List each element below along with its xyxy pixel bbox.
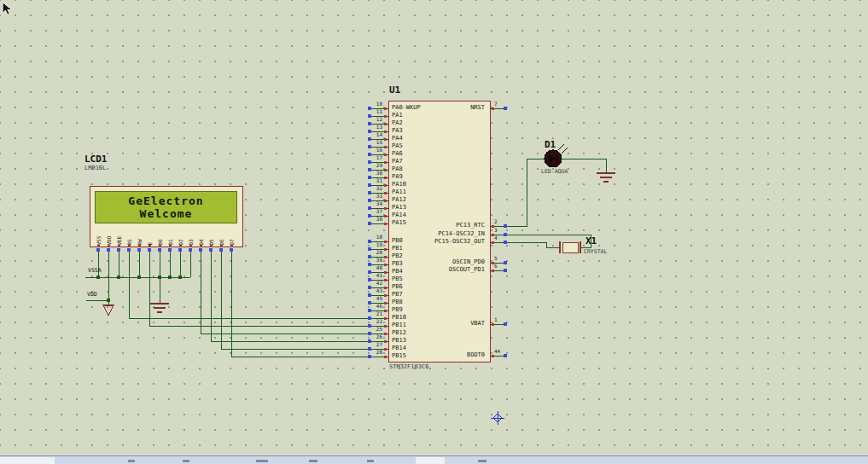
pin-name: PB9: [392, 307, 403, 313]
pin-end-marker: [199, 248, 202, 252]
pin-end-marker: [504, 322, 507, 326]
pin-number: 41: [370, 273, 382, 278]
pin-origin-marker: [220, 245, 223, 247]
pin-end-marker: [368, 355, 371, 358]
pin-origin-marker: [97, 245, 100, 247]
pin-origin-marker: [384, 294, 387, 297]
wire[interactable]: [506, 242, 560, 247]
lcd-pin-label: VSS: [96, 225, 102, 246]
pin-end-marker: [230, 248, 233, 252]
lcd-pin-label: D0: [157, 225, 163, 246]
pin-number: 26: [370, 334, 382, 339]
pin-origin-marker: [138, 245, 141, 247]
pin-origin-marker: [492, 241, 494, 244]
pin-name: BOOT0: [393, 352, 485, 358]
pin-origin-marker: [384, 138, 387, 141]
pin-origin-marker: [210, 245, 213, 247]
pin-origin-marker: [384, 325, 387, 328]
pin-end-marker: [127, 248, 131, 252]
wire[interactable]: [149, 249, 373, 326]
pin-name: OSCOUT_PD1: [393, 267, 485, 273]
pin-origin-marker: [492, 107, 494, 110]
pin-number: 6: [494, 264, 508, 269]
pin-name: PA2: [392, 120, 403, 126]
bottom-strip-dash: [183, 460, 189, 462]
pin-name: PA4: [392, 136, 403, 142]
lcd-pin-label: D7: [229, 225, 235, 246]
pin-end-marker: [368, 222, 371, 225]
pin-number: 17: [370, 155, 382, 160]
pin-origin-marker: [492, 270, 494, 272]
pin-name: PA6: [392, 151, 403, 157]
pin-origin-marker: [384, 317, 387, 320]
net-label-vdd[interactable]: VDD: [87, 292, 97, 298]
pin-end-marker: [168, 248, 172, 252]
mcu-ref-label[interactable]: U1: [389, 85, 400, 95]
pin-name: PA7: [392, 159, 403, 165]
pin-number: 20: [370, 250, 382, 255]
bottom-strip-segment: [0, 457, 55, 464]
bottom-strip-dash: [128, 460, 135, 462]
pin-origin-marker: [384, 154, 387, 156]
wire[interactable]: [231, 249, 373, 357]
pin-number: 34: [370, 201, 382, 206]
pin-origin-marker: [169, 245, 172, 247]
pin-number: 15: [370, 140, 382, 145]
pin-end-marker: [209, 248, 213, 252]
lcd-ref-label[interactable]: LCD1: [84, 154, 108, 164]
pin-origin-marker: [118, 245, 120, 247]
pin-name: PA8: [392, 166, 403, 172]
pin-number: 25: [370, 327, 382, 332]
ground-symbol[interactable]: [150, 304, 169, 312]
pin-name: PA11: [392, 189, 406, 195]
pin-name: PA14: [392, 212, 406, 218]
pin-number: 37: [370, 209, 382, 214]
wire[interactable]: [506, 159, 545, 226]
pin-number: 3: [494, 228, 508, 233]
pin-number: 16: [370, 148, 382, 153]
power-terminal-arrow[interactable]: [103, 305, 114, 316]
crystal-ref-label[interactable]: X1: [585, 236, 597, 246]
wire[interactable]: [211, 249, 373, 341]
crystal-symbol[interactable]: [560, 241, 580, 253]
lcd-part-label[interactable]: LM016L: [84, 165, 106, 171]
crystal-part-label[interactable]: CRYSTAL: [584, 249, 607, 255]
pin-name: PA13: [392, 205, 406, 211]
pin-number: 44: [494, 349, 508, 354]
lcd-pin-label: E: [147, 225, 153, 246]
bottom-windows-strip[interactable]: [0, 455, 868, 464]
pin-name: PA10: [392, 182, 406, 188]
lcd-screen-line2: Welcome: [96, 208, 236, 219]
pin-name: PB13: [392, 338, 406, 344]
net-label-vssa[interactable]: VSSA: [88, 268, 102, 274]
pin-number: 10: [370, 102, 382, 107]
pin-number: 5: [494, 256, 508, 261]
pin-name: PB7: [392, 292, 403, 298]
pin-origin-marker: [384, 333, 387, 335]
pin-number: 46: [370, 304, 382, 309]
pin-origin-marker: [384, 200, 387, 202]
led-ref-label[interactable]: D1: [545, 140, 556, 149]
wire[interactable]: [201, 249, 373, 334]
schematic-canvas[interactable]: LCD1 LM016L GeElectron Welcome U1 STM32F…: [0, 0, 868, 464]
mcu-part-label[interactable]: STM32F103C6: [389, 364, 428, 370]
pin-name: PC15-OSC32_OUT: [393, 239, 485, 245]
pin-origin-marker: [384, 279, 387, 281]
pin-number: 45: [370, 296, 382, 301]
ground-symbol[interactable]: [597, 173, 615, 182]
pin-origin-marker: [384, 169, 387, 171]
pin-end-marker: [504, 269, 507, 272]
origin-marker-icon: [491, 411, 504, 425]
pin-number: 12: [370, 117, 382, 122]
pin-name: PB14: [392, 345, 406, 351]
pin-origin-marker: [179, 245, 182, 247]
pin-origin-marker: [384, 215, 387, 218]
led-part-label[interactable]: LED-AQUA: [541, 169, 568, 175]
pin-name: PB1: [392, 246, 403, 252]
pin-name: PB8: [392, 299, 403, 305]
pin-origin-marker: [128, 245, 131, 247]
pin-origin-marker: [149, 245, 151, 247]
pin-end-marker: [107, 248, 110, 252]
pin-origin-marker: [384, 192, 387, 194]
pin-end-marker: [117, 248, 120, 252]
